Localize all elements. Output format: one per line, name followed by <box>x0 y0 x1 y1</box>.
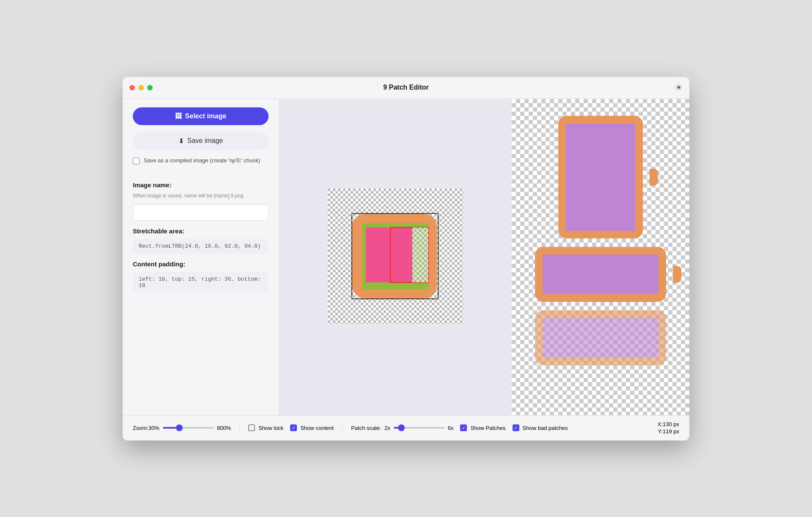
zoom-max: 800% <box>217 425 231 431</box>
show-lock-group: Show lock <box>248 424 283 431</box>
preview-bubble-wide <box>535 247 666 302</box>
show-bad-patches-checkbox[interactable]: ✓ <box>513 424 519 431</box>
select-image-button[interactable]: 🖼 Select image <box>133 107 269 125</box>
window-title: 9 Patch Editor <box>383 84 429 91</box>
save-image-button[interactable]: ⬇ Save image <box>133 132 269 150</box>
preview-item-partial <box>535 310 666 365</box>
preview-bubble-partial <box>535 310 666 365</box>
content-padding-section: Content padding: left: 10, top: 15, righ… <box>133 260 269 293</box>
scale-slider[interactable] <box>394 427 444 429</box>
app-window: 9 Patch Editor ☀ 🖼 Select image ⬇ Save i… <box>123 77 689 440</box>
stretchable-label: Stretchable area: <box>133 227 269 235</box>
titlebar: 9 Patch Editor ☀ <box>123 77 689 99</box>
image-name-hint: When image is saved, name will be [name]… <box>133 193 269 199</box>
scale-min: 2x <box>384 425 390 431</box>
show-patches-checkbox[interactable]: ✓ <box>460 424 467 431</box>
stretchable-value: Rect.fromLTRB(24.0, 16.0, 92.0, 94.0) <box>133 239 269 254</box>
scale-group: Patch scale: 2x 6x <box>351 425 453 431</box>
separator-2 <box>342 421 343 434</box>
show-content-checkbox[interactable]: ✓ <box>290 424 297 431</box>
svg-rect-6 <box>366 227 412 282</box>
preview-item-tall <box>558 116 643 238</box>
show-bad-patches-label: Show bad patches <box>523 425 568 431</box>
preview-bubble-tall <box>558 116 643 238</box>
preview-tail-2 <box>673 266 681 283</box>
show-bad-patches-group: ✓ Show bad patches <box>513 424 568 431</box>
canvas-area[interactable] <box>279 99 512 415</box>
stretchable-section: Stretchable area: Rect.fromLTRB(24.0, 16… <box>133 227 269 254</box>
show-patches-label: Show Patches <box>470 425 505 431</box>
content-padding-value: left: 10, top: 15, right: 36, bottom: 10 <box>133 272 269 293</box>
image-name-input[interactable]: bg_message_chat_row_send <box>133 205 269 221</box>
zoom-value: 30% <box>148 425 159 431</box>
image-name-section: Image name: When image is saved, name wi… <box>133 181 269 221</box>
compiled-checkbox-row: Save as a compiled image (create 'npTc' … <box>133 157 269 164</box>
sidebar: 🖼 Select image ⬇ Save image Save as a co… <box>123 99 279 415</box>
zoom-label: Zoom:30% <box>133 425 159 431</box>
show-patches-group: ✓ Show Patches <box>460 424 505 431</box>
show-lock-checkbox[interactable] <box>248 424 255 431</box>
compiled-checkbox-label: Save as a compiled image (create 'npTc' … <box>144 157 260 164</box>
theme-icon: ☀ <box>675 83 683 92</box>
patch-svg[interactable] <box>328 189 463 324</box>
preview-tail-1 <box>650 169 658 186</box>
main-content: 🖼 Select image ⬇ Save image Save as a co… <box>123 99 689 415</box>
patch-image-wrapper <box>328 189 463 326</box>
maximize-button[interactable] <box>147 85 153 90</box>
show-lock-label: Show lock <box>258 425 283 431</box>
preview-item-wide <box>535 247 666 302</box>
theme-toggle-button[interactable]: ☀ <box>675 82 683 93</box>
show-content-group: ✓ Show content <box>290 424 334 431</box>
zoom-group: Zoom:30% 800% <box>133 425 231 431</box>
coordinates: X:130 px Y:119 px <box>658 421 679 435</box>
minimize-button[interactable] <box>138 85 144 90</box>
window-controls <box>129 85 153 90</box>
show-content-label: Show content <box>300 425 334 431</box>
svg-rect-8 <box>412 227 428 282</box>
image-name-label: Image name: <box>133 181 269 189</box>
zoom-slider[interactable] <box>163 427 214 429</box>
separator-1 <box>239 421 240 434</box>
download-icon: ⬇ <box>178 137 184 145</box>
compiled-checkbox[interactable] <box>133 158 140 164</box>
scale-label: Patch scale: <box>351 425 381 431</box>
coord-x: X:130 px <box>658 421 679 427</box>
preview-area <box>512 99 689 415</box>
image-icon: 🖼 <box>175 112 182 120</box>
content-padding-label: Content padding: <box>133 260 269 268</box>
bottom-bar: Zoom:30% 800% Show lock ✓ Show content P… <box>123 415 689 440</box>
scale-max: 6x <box>448 425 454 431</box>
coord-y: Y:119 px <box>658 428 679 435</box>
close-button[interactable] <box>129 85 135 90</box>
